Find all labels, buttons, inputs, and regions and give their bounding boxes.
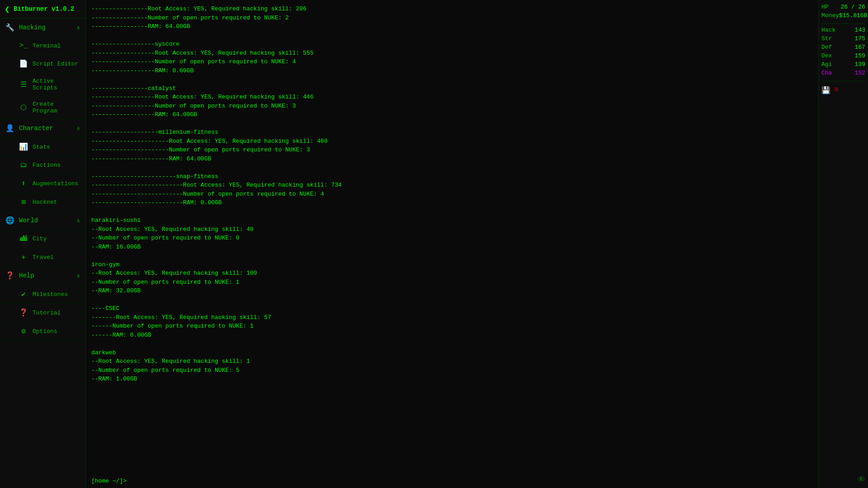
hacking-arrow: ∧ xyxy=(77,24,80,31)
sidebar: ❮ Bitburner v1.0.2 🔧 Hacking ∧ >_ Termin… xyxy=(0,0,86,488)
sidebar-item-script-editor[interactable]: 📄 Script Editor xyxy=(0,55,85,73)
help-label: Help xyxy=(19,272,77,279)
hack-row: Hack 143 xyxy=(821,27,865,33)
stats-icon: 📊 xyxy=(19,142,28,151)
character-section: 👤 Character ∧ 📊 Stats 🗂 Factions ⬆ Augme… xyxy=(0,119,85,211)
delete-icon[interactable]: ≡ xyxy=(834,86,839,95)
sidebar-item-travel[interactable]: ✈ Travel xyxy=(0,248,85,267)
factions-icon: 🗂 xyxy=(19,161,28,169)
money-row: Money $15.816B xyxy=(821,12,865,19)
stats-divider xyxy=(821,23,865,24)
sidebar-item-milestones[interactable]: ✔ Milestones xyxy=(0,285,85,304)
hacknet-icon: ⊞ xyxy=(19,197,28,206)
hacking-icon: 🔧 xyxy=(5,23,14,32)
tutorial-icon: ❓ xyxy=(19,308,28,317)
sidebar-item-factions[interactable]: 🗂 Factions xyxy=(0,156,85,174)
str-value: 175 xyxy=(855,35,865,42)
stats-label: Stats xyxy=(33,144,80,150)
hacking-section: 🔧 Hacking ∧ >_ Terminal 📄 Script Editor … xyxy=(0,19,85,119)
sidebar-item-character[interactable]: 👤 Character ∧ xyxy=(0,119,85,138)
def-value: 167 xyxy=(855,44,865,51)
hacking-label: Hacking xyxy=(19,24,77,31)
app-title: Bitburner v1.0.2 xyxy=(14,5,74,13)
main-area: ----------------Root Access: YES, Requir… xyxy=(86,0,818,488)
sidebar-item-tutorial[interactable]: ❓ Tutorial xyxy=(0,304,85,322)
sidebar-item-help[interactable]: ❓ Help ∧ xyxy=(0,267,85,285)
create-program-label: Create Program xyxy=(33,101,80,114)
city-icon: 🏙 xyxy=(19,235,28,243)
sidebar-item-city[interactable]: 🏙 City xyxy=(0,230,85,248)
terminal-label: Terminal xyxy=(33,42,80,49)
agi-label: Agi xyxy=(821,61,832,68)
hp-label: HP xyxy=(821,4,829,10)
agi-value: 139 xyxy=(855,61,865,68)
active-scripts-label: Active Scripts xyxy=(33,78,80,91)
cha-label: Cha xyxy=(821,70,832,76)
hp-row: HP 26 / 26 xyxy=(821,4,865,10)
sidebar-header: ❮ Bitburner v1.0.2 xyxy=(0,0,85,19)
terminal-icon: >_ xyxy=(19,42,28,50)
create-program-icon: ⬡ xyxy=(19,103,28,112)
script-editor-icon: 📄 xyxy=(19,59,28,68)
dex-label: Dex xyxy=(821,52,832,59)
right-action-icons: 💾 ≡ xyxy=(821,86,865,95)
character-icon: 👤 xyxy=(5,124,14,133)
hack-label: Hack xyxy=(821,27,835,33)
dex-value: 159 xyxy=(855,52,865,59)
world-label: World xyxy=(19,217,77,224)
options-label: Options xyxy=(33,328,80,335)
milestones-icon: ✔ xyxy=(19,290,28,299)
right-bottom-icon-area: 👁 xyxy=(821,475,865,484)
help-icon: ❓ xyxy=(5,271,14,280)
sidebar-collapse-button[interactable]: ❮ xyxy=(5,5,10,13)
str-label: Str xyxy=(821,35,832,42)
dex-row: Dex 159 xyxy=(821,52,865,59)
sidebar-item-stats[interactable]: 📊 Stats xyxy=(0,138,85,156)
character-label: Character xyxy=(19,125,77,132)
sidebar-item-create-program[interactable]: ⬡ Create Program xyxy=(0,96,85,119)
character-arrow: ∧ xyxy=(77,125,80,132)
sidebar-item-options[interactable]: ⚙ Options xyxy=(0,322,85,341)
augmentations-icon: ⬆ xyxy=(19,179,28,188)
travel-label: Travel xyxy=(33,254,80,261)
save-icon[interactable]: 💾 xyxy=(821,86,830,95)
hp-value: 26 / 26 xyxy=(840,4,865,10)
money-value: $15.816B xyxy=(839,12,867,19)
terminal-input-line[interactable]: [home ~/]> xyxy=(86,476,818,488)
def-row: Def 167 xyxy=(821,44,865,51)
eye-off-icon[interactable]: 👁 xyxy=(857,475,865,484)
sidebar-item-terminal[interactable]: >_ Terminal xyxy=(0,37,85,55)
cha-row: Cha 152 xyxy=(821,70,865,76)
sidebar-item-hacknet[interactable]: ⊞ Hacknet xyxy=(0,193,85,211)
world-arrow: ∧ xyxy=(77,217,80,224)
travel-icon: ✈ xyxy=(19,253,28,262)
active-scripts-icon: ☰ xyxy=(19,80,28,89)
hack-value: 143 xyxy=(855,27,865,33)
tutorial-label: Tutorial xyxy=(33,310,80,316)
script-editor-label: Script Editor xyxy=(33,61,80,67)
world-section: 🌐 World ∧ 🏙 City ✈ Travel xyxy=(0,211,85,267)
factions-label: Factions xyxy=(33,162,80,169)
sidebar-item-world[interactable]: 🌐 World ∧ xyxy=(0,211,85,230)
world-icon: 🌐 xyxy=(5,216,14,225)
money-label: Money xyxy=(821,12,839,19)
def-label: Def xyxy=(821,44,832,51)
help-section: ❓ Help ∧ ✔ Milestones ❓ Tutorial ⚙ Optio… xyxy=(0,267,85,341)
sidebar-item-augmentations[interactable]: ⬆ Augmentations xyxy=(0,174,85,193)
terminal-output: ----------------Root Access: YES, Requir… xyxy=(86,0,818,476)
options-icon: ⚙ xyxy=(19,327,28,336)
right-stats-panel: HP 26 / 26 Money $15.816B Hack 143 Str 1… xyxy=(818,0,868,488)
str-row: Str 175 xyxy=(821,35,865,42)
terminal-prompt: [home ~/]> xyxy=(91,478,127,484)
sidebar-item-hacking[interactable]: 🔧 Hacking ∧ xyxy=(0,19,85,37)
agi-row: Agi 139 xyxy=(821,61,865,68)
augmentations-label: Augmentations xyxy=(33,180,80,187)
stats-divider2 xyxy=(821,81,865,81)
help-arrow: ∧ xyxy=(77,272,80,279)
cha-value: 152 xyxy=(855,70,865,76)
terminal-input[interactable] xyxy=(127,478,813,484)
city-label: City xyxy=(33,235,80,242)
milestones-label: Milestones xyxy=(33,291,80,298)
hacknet-label: Hacknet xyxy=(33,199,80,206)
sidebar-item-active-scripts[interactable]: ☰ Active Scripts xyxy=(0,73,85,96)
